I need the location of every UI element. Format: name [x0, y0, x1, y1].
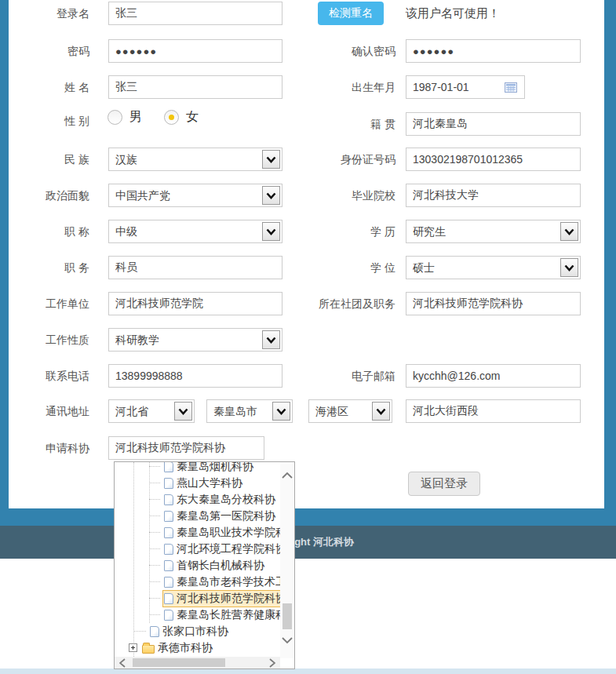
tree-connector: [149, 516, 160, 516]
login-input[interactable]: [108, 2, 282, 25]
chevron-down-icon[interactable]: [560, 258, 578, 277]
tree-item[interactable]: 秦皇岛市老科学技术工作者协会: [149, 574, 280, 590]
tree-item-label: 秦皇岛职业技术学院科协: [177, 526, 280, 540]
tree-connector: [149, 581, 160, 582]
tree-item[interactable]: 秦皇岛烟机科协: [149, 462, 257, 475]
tree-item[interactable]: 河北环境工程学院科协: [149, 541, 280, 557]
scroll-right-icon[interactable]: [268, 658, 277, 668]
id-number-label: 身份证号码: [298, 148, 395, 171]
tree-item-label: 张家口市科协: [162, 625, 228, 639]
tree-item[interactable]: 燕山大学科协: [149, 475, 246, 491]
province-value: 河北省: [115, 400, 170, 422]
degree-label: 学 位: [298, 256, 395, 279]
username-available-message: 该用户名可使用！: [406, 2, 500, 25]
work-nature-label: 工作性质: [9, 328, 89, 352]
tree-item-label: 秦皇岛长胜营养健康科协: [177, 608, 280, 622]
tree-connector: [149, 499, 160, 500]
political-value: 中国共产党: [115, 184, 258, 206]
degree-select[interactable]: 硕士: [406, 256, 581, 279]
chevron-down-icon[interactable]: [262, 186, 280, 205]
tree-item[interactable]: 秦皇岛职业技术学院科协: [149, 524, 280, 541]
check-duplicate-button[interactable]: 检测重名: [318, 2, 384, 25]
school-input[interactable]: [406, 184, 581, 207]
calendar-icon[interactable]: [505, 82, 517, 96]
tree-item[interactable]: 东大秦皇岛分校科协: [149, 491, 279, 508]
tree-connector: [149, 565, 160, 566]
work-unit-input[interactable]: [108, 292, 282, 315]
chevron-down-icon[interactable]: [262, 330, 280, 349]
tree-item-label: 首钢长白机械科协: [177, 559, 264, 573]
radio-female-label: 女: [186, 109, 199, 126]
email-input[interactable]: [406, 364, 581, 388]
street-input[interactable]: [406, 399, 581, 423]
scroll-down-icon[interactable]: [282, 636, 293, 644]
education-select[interactable]: 研究生: [406, 220, 581, 243]
city-select[interactable]: 秦皇岛市: [206, 399, 293, 423]
gender-radio-group: 男 女: [108, 109, 221, 126]
radio-male[interactable]: [108, 110, 122, 125]
native-place-input[interactable]: [406, 112, 581, 136]
chevron-down-icon[interactable]: [262, 150, 280, 169]
title-select[interactable]: 中级: [108, 220, 282, 243]
association-role-input[interactable]: [406, 292, 581, 315]
tree-item-label: 秦皇岛市老科学技术工作者协会: [177, 575, 280, 589]
page-icon: [164, 610, 173, 621]
page-icon: [164, 544, 173, 555]
page-icon: [164, 527, 173, 538]
password-label: 密码: [9, 39, 89, 63]
tree-item[interactable]: 首钢长白机械科协: [149, 557, 268, 574]
address-label: 通讯地址: [9, 399, 89, 423]
registration-form: 登录名 检测重名 该用户名可使用！ 密码 确认密码 姓 名 出生年月 性 别 男…: [9, 0, 604, 508]
position-input[interactable]: [108, 256, 282, 279]
tree-connector: [149, 598, 160, 599]
radio-female[interactable]: [164, 110, 179, 125]
name-input[interactable]: [108, 75, 282, 99]
vertical-scrollbar[interactable]: [280, 462, 294, 658]
native-place-label: 籍 贯: [298, 112, 395, 136]
bottom-strip: [0, 669, 616, 674]
tree-item-label: 东大秦皇岛分校科协: [177, 493, 275, 507]
tree-item-label: 秦皇岛第一医院科协: [177, 509, 275, 523]
apply-association-input[interactable]: [108, 436, 264, 460]
title-label: 职 称: [9, 220, 89, 243]
tree-item-label: 秦皇岛烟机科协: [177, 462, 253, 474]
confirm-password-input[interactable]: [406, 39, 581, 63]
horizontal-scrollbar[interactable]: [115, 657, 280, 669]
education-value: 研究生: [413, 220, 556, 242]
work-nature-select[interactable]: 科研教学: [108, 328, 282, 352]
tree-item-label: 河北环境工程学院科协: [177, 542, 280, 556]
tree-item[interactable]: 承德市科协: [129, 639, 216, 656]
horizontal-scroll-thumb[interactable]: [133, 658, 225, 667]
ethnicity-select[interactable]: 汉族: [108, 148, 282, 171]
tree-item-label: 河北科技师范学院科协: [177, 592, 280, 606]
chevron-down-icon[interactable]: [560, 222, 578, 241]
tree-item[interactable]: 秦皇岛长胜营养健康科协: [149, 607, 280, 623]
apply-association-label: 申请科协: [9, 436, 89, 460]
back-to-login-button[interactable]: 返回登录: [408, 472, 480, 496]
id-number-input[interactable]: [406, 148, 581, 171]
page-icon: [164, 494, 173, 505]
tree-item[interactable]: 张家口市科协: [133, 623, 231, 639]
page-footer: Copyright 河北科协: [0, 526, 616, 559]
chevron-down-icon[interactable]: [372, 402, 390, 421]
chevron-down-icon[interactable]: [272, 402, 290, 421]
plus-expander-icon[interactable]: [129, 643, 137, 652]
page-icon: [164, 577, 173, 588]
position-label: 职 务: [9, 256, 89, 279]
scroll-left-icon[interactable]: [118, 658, 127, 668]
scroll-up-icon[interactable]: [282, 472, 293, 479]
phone-input[interactable]: [108, 364, 282, 388]
chevron-down-icon[interactable]: [174, 402, 192, 421]
tree-item[interactable]: 秦皇岛第一医院科协: [149, 508, 279, 524]
work-nature-value: 科研教学: [115, 329, 258, 351]
page-icon: [164, 511, 173, 522]
chevron-down-icon[interactable]: [262, 222, 280, 241]
political-select[interactable]: 中国共产党: [108, 184, 282, 207]
tree-item-selected[interactable]: 河北科技师范学院科协: [149, 590, 280, 607]
password-input[interactable]: [108, 39, 282, 63]
district-select[interactable]: 海港区: [308, 399, 392, 423]
gender-label: 性 别: [9, 109, 89, 133]
vertical-scroll-thumb[interactable]: [282, 603, 292, 629]
association-tree-dropdown: 秦皇岛烟机科协 燕山大学科协 东大秦皇岛分校科协 秦皇岛第一医院科协 秦皇岛职业…: [114, 461, 295, 669]
province-select[interactable]: 河北省: [108, 399, 195, 423]
